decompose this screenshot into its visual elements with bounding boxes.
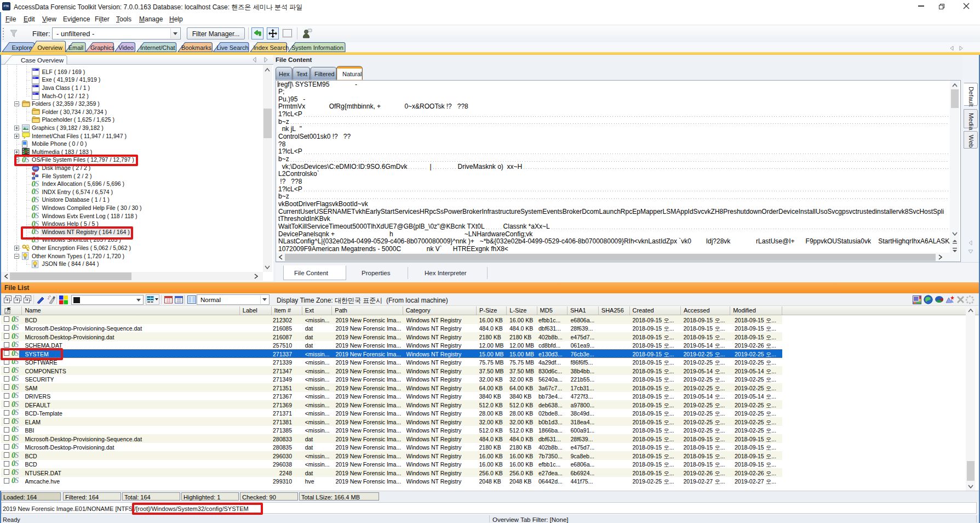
svg-text:Email: Email bbox=[68, 44, 84, 51]
svg-text:Overview: Overview bbox=[37, 44, 62, 51]
svg-text:System Information: System Information bbox=[291, 44, 343, 51]
svg-text:Text: Text bbox=[296, 71, 307, 77]
svg-text:Live Search: Live Search bbox=[217, 44, 249, 51]
svg-text:Case Overview: Case Overview bbox=[21, 57, 64, 64]
svg-text:Video: Video bbox=[118, 44, 134, 51]
svg-text:Natural: Natural bbox=[342, 71, 362, 77]
svg-text:Explore: Explore bbox=[12, 44, 32, 51]
svg-text:Graphics: Graphics bbox=[90, 44, 115, 51]
svg-text:Hex: Hex bbox=[279, 71, 290, 77]
svg-text:Bookmarks: Bookmarks bbox=[181, 44, 212, 51]
svg-text:Internet/Chat: Internet/Chat bbox=[140, 44, 175, 51]
svg-text:Filtered: Filtered bbox=[314, 71, 335, 77]
svg-text:Index Search: Index Search bbox=[254, 44, 289, 51]
